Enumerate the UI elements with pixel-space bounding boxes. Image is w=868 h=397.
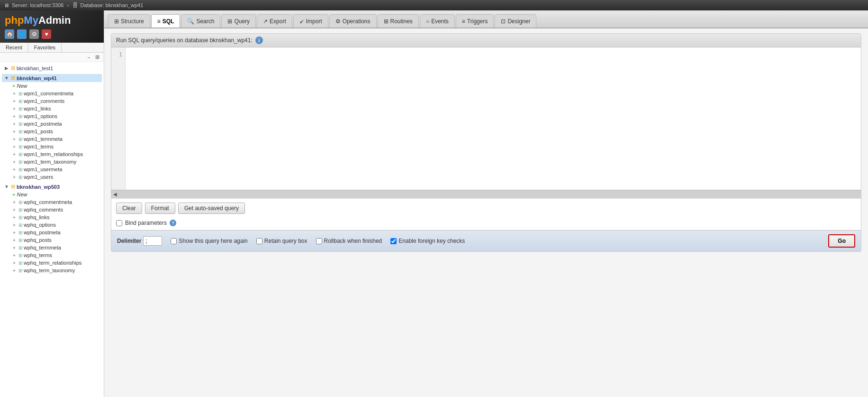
table-icon: ⊞ [18,91,22,96]
table-label: wpm1_commentmeta [24,91,73,96]
settings-icon[interactable]: ⚙ [29,29,39,39]
globe-icon[interactable]: 🌐 [17,29,27,39]
expand-all-btn[interactable]: ⊞ [94,54,101,61]
go-button[interactable]: Go [828,234,855,248]
tab-query[interactable]: ⊞ Query [221,14,256,28]
table-wpm1-postmeta[interactable]: + ⊞ wpm1_postmeta [2,120,102,128]
table-wphq-termmeta[interactable]: + ⊞ wphq_termmeta [2,244,102,251]
expand-icon-test1: ▶ [4,65,9,71]
tab-export-label: Export [270,18,286,25]
rollback-checkbox[interactable] [316,238,322,244]
bind-params-label: Bind parameters [125,220,167,226]
table-wpm1-users[interactable]: + ⊞ wpm1_users [2,173,102,181]
table-wpm1-links[interactable]: + ⊞ wpm1_links [2,105,102,112]
table-wpm1-comments[interactable]: + ⊞ wpm1_comments [2,97,102,105]
tab-structure-label: Structure [121,18,144,25]
db-row-bknskhan-test1[interactable]: ▶ ⊞ bknskhan_test1 [2,64,102,72]
db-icon-test1: ⊞ [11,65,15,71]
line-number-1: 1 [114,51,122,58]
logo-icons: 🏠 🌐 ⚙ ♥ [5,29,99,39]
bind-params-help-icon[interactable]: ? [170,220,176,226]
clear-button[interactable]: Clear [116,203,142,214]
db-row-bknskhan-wp41[interactable]: ▼ ⊞ bknskhan_wp41 [2,74,102,82]
new-label-wp41: New [17,83,27,89]
table-wpm1-commentmeta[interactable]: + ⊞ wpm1_commentmeta [2,90,102,97]
rollback-label: Rollback when finished [324,238,382,244]
table-wphq-postmeta[interactable]: + ⊞ wphq_postmeta [2,229,102,236]
database-tree: ▶ ⊞ bknskhan_test1 ▼ ⊞ bknskhan_wp41 + N… [0,62,104,397]
tab-operations[interactable]: ⚙ Operations [329,14,377,28]
tab-import-label: Import [306,18,322,25]
sql-buttons: Clear Format Get auto-saved query [111,198,861,218]
tab-structure[interactable]: ⊞ Structure [108,14,150,28]
bind-params-row: Bind parameters ? [111,218,861,230]
table-wphq-commentmeta[interactable]: + ⊞ wphq_commentmeta [2,198,102,206]
db-icon-wp41: ⊞ [11,75,15,81]
table-wphq-term-taxonomy[interactable]: + ⊞ wphq_term_taxonomy [2,267,102,274]
table-wphq-terms[interactable]: + ⊞ wphq_terms [2,251,102,259]
collapse-all-btn[interactable]: − [86,54,92,61]
tab-sql[interactable]: ≡ SQL [151,14,181,28]
show-query-label: Show this query here again [179,238,247,244]
db-row-bknskhan-wp503[interactable]: ▼ ⊞ bknskhan_wp503 [2,183,102,191]
table-wpm1-posts[interactable]: + ⊞ wpm1_posts [2,128,102,135]
table-wphq-comments[interactable]: + ⊞ wphq_comments [2,206,102,213]
db-label: Database: bknskhan_wp41 [81,2,144,8]
triggers-icon: ≡ [462,18,465,25]
db-label-wp41: bknskhan_wp41 [17,75,57,81]
tab-sql-label: SQL [163,18,174,25]
table-wpm1-term-relationships[interactable]: + ⊞ wpm1_term_relationships [2,150,102,158]
retain-box-checkbox[interactable] [256,238,262,244]
sql-editor[interactable] [126,47,861,190]
tab-routines-label: Routines [390,18,413,25]
nav-tabs: ⊞ Structure ≡ SQL 🔍 Search ⊞ Query ↗ Exp… [104,10,868,28]
table-wpm1-options[interactable]: + ⊞ wpm1_options [2,112,102,120]
events-icon: ○ [426,18,429,25]
favorites-tab[interactable]: Favorites [28,43,62,52]
db-bknskhan-wp503: ▼ ⊞ bknskhan_wp503 + New + ⊞ wphq_commen… [0,182,104,275]
table-wphq-options[interactable]: + ⊞ wphq_options [2,221,102,229]
retain-box-label: Retain query box [264,238,307,244]
tab-events[interactable]: ○ Events [420,14,455,28]
heart-icon[interactable]: ♥ [42,29,51,39]
retain-box-group: Retain query box [256,238,307,244]
foreign-key-label: Enable foreign key checks [398,238,465,244]
home-icon[interactable]: 🏠 [5,29,14,39]
format-button[interactable]: Format [145,203,175,214]
table-wpm1-usermeta[interactable]: + ⊞ wpm1_usermeta [2,166,102,173]
db-label-test1: bknskhan_test1 [17,65,53,71]
table-wpm1-terms[interactable]: + ⊞ wpm1_terms [2,143,102,150]
autosave-button[interactable]: Get auto-saved query [178,203,245,214]
table-wphq-posts[interactable]: + ⊞ wphq_posts [2,236,102,244]
table-wphq-links[interactable]: + ⊞ wphq_links [2,213,102,221]
db-bknskhan-wp41: ▼ ⊞ bknskhan_wp41 + New + ⊞ wpm1_comment… [0,73,104,182]
tab-import[interactable]: ↙ Import [293,14,328,28]
bind-params-checkbox[interactable] [116,220,122,226]
tab-triggers[interactable]: ≡ Triggers [456,14,494,28]
sql-header-info-icon[interactable]: i [255,37,263,44]
sidebar: phpMyAdmin 🏠 🌐 ⚙ ♥ Recent Favorites − ⊞ [0,10,104,397]
collapse-handle[interactable]: ◀ [111,190,861,198]
db-icon: 🗄 [72,2,78,8]
foreign-key-checkbox[interactable] [390,238,397,244]
tab-events-label: Events [431,18,449,25]
tab-search[interactable]: 🔍 Search [181,14,220,28]
tab-routines[interactable]: ⊞ Routines [378,14,419,28]
delimiter-input[interactable] [143,236,162,246]
tree-new-wp41[interactable]: + New [2,82,102,90]
tab-export[interactable]: ↗ Export [257,14,292,28]
table-wpm1-term-taxonomy[interactable]: + ⊞ wpm1_term_taxonomy [2,158,102,166]
sql-icon: ≡ [157,18,161,25]
recent-tab[interactable]: Recent [0,43,28,52]
tree-new-wp503[interactable]: + New [2,191,102,198]
tab-query-label: Query [234,18,250,25]
expand-icon: + [11,91,17,96]
show-query-checkbox[interactable] [171,238,177,244]
table-wphq-term-relationships[interactable]: + ⊞ wphq_term_relationships [2,259,102,267]
import-icon: ↙ [299,18,304,25]
structure-icon: ⊞ [114,18,119,25]
rollback-group: Rollback when finished [316,238,382,244]
logo-area: phpMyAdmin 🏠 🌐 ⚙ ♥ [0,10,104,43]
tab-designer[interactable]: ⊡ Designer [495,14,536,28]
table-wpm1-termmeta[interactable]: + ⊞ wpm1_termmeta [2,135,102,143]
